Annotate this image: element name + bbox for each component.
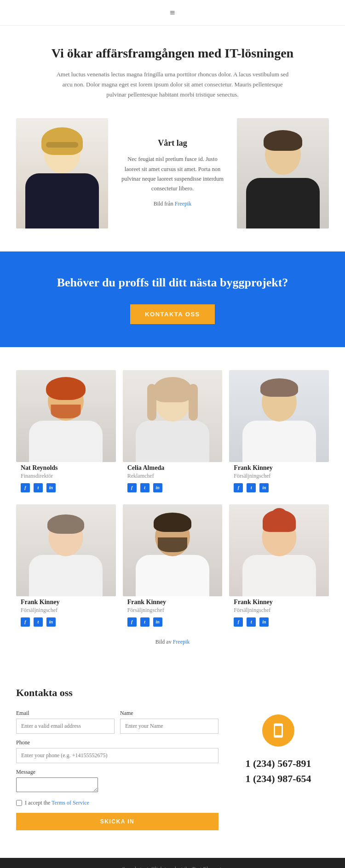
email-label: Email <box>16 710 115 717</box>
phone-input[interactable] <box>16 748 218 763</box>
facebook-icon-celia[interactable]: f <box>127 483 137 492</box>
phone-group: Phone <box>16 739 218 763</box>
team-freepik-note: Bild av Freepik <box>16 639 329 655</box>
celia-social: f t in <box>127 483 218 492</box>
frank1-name: Frank Kinney <box>234 464 324 472</box>
frank3-photo <box>123 504 223 596</box>
instagram-icon-frank2[interactable]: in <box>46 617 56 627</box>
instagram-icon-frank1[interactable]: in <box>259 483 269 492</box>
submit-button[interactable]: SKICKA IN <box>16 813 218 830</box>
team-card-frank3: Frank Kinney Försäljningschef f t in <box>123 504 223 629</box>
cta-heading: Behöver du proffs till ditt nästa byggpr… <box>14 274 331 291</box>
hero-title: Vi ökar affärsframgången med IT-lösninge… <box>37 44 308 62</box>
freepik-link[interactable]: Freepik <box>175 200 192 207</box>
celia-photo <box>123 370 223 462</box>
phone-label: Phone <box>16 739 218 746</box>
name-input[interactable] <box>120 719 218 734</box>
celia-info: Celia Almeda Reklamchef f t in <box>123 460 223 495</box>
navigation: ≡ <box>0 0 345 26</box>
twitter-icon-frank1[interactable]: t <box>247 483 256 492</box>
twitter-icon-celia[interactable]: t <box>140 483 150 492</box>
facebook-icon-frank3[interactable]: f <box>127 617 137 627</box>
contact-form: Email Name Phone Message I accept the <box>16 710 218 830</box>
twitter-icon-nat[interactable]: t <box>34 483 43 492</box>
name-label: Name <box>120 710 218 717</box>
twitter-icon-frank3[interactable]: t <box>140 617 150 627</box>
instagram-icon-nat[interactable]: in <box>46 483 56 492</box>
frank1-photo <box>229 370 329 462</box>
message-label: Message <box>16 769 218 776</box>
twitter-icon-frank2[interactable]: t <box>34 617 43 627</box>
team-card-celia: Celia Almeda Reklamchef f t in <box>123 370 223 495</box>
team-intro-description: Nec feugiat nisl pretium fusce id. Justo… <box>120 154 225 194</box>
team-intro-section: Vårt lag Nec feugiat nisl pretium fusce … <box>0 114 345 242</box>
form-row-1: Email Name <box>16 710 218 734</box>
facebook-icon-nat[interactable]: f <box>21 483 30 492</box>
team-card-frank1: Frank Kinney Försäljningschef f t in <box>229 370 329 495</box>
instagram-icon-celia[interactable]: in <box>153 483 162 492</box>
cta-section: Behöver du proffs till ditt nästa byggpr… <box>0 251 345 347</box>
frank4-photo <box>229 504 329 596</box>
contact-right: 1 (234) 567-891 1 (234) 987-654 <box>228 710 329 830</box>
message-group: Message <box>16 769 218 794</box>
menu-icon[interactable]: ≡ <box>170 7 175 18</box>
frank3-info: Frank Kinney Försäljningschef f t in <box>123 594 223 629</box>
frank1-info: Frank Kinney Försäljningschef f t in <box>229 460 329 495</box>
terms-row: I accept the Terms of Service <box>16 799 218 806</box>
footer-text: Sample text. Click to select the Text El… <box>122 866 223 868</box>
hero-description: Amet luctus venenatis lectus magna fring… <box>53 69 292 100</box>
email-group: Email <box>16 710 115 734</box>
footer: Sample text. Click to select the Text El… <box>0 858 345 868</box>
frank2-social: f t in <box>21 617 111 627</box>
instagram-icon-frank4[interactable]: in <box>259 617 269 627</box>
hero-section: Vi ökar affärsframgången med IT-lösninge… <box>0 26 345 114</box>
team-row-2: Frank Kinney Försäljningschef f t in <box>16 504 329 629</box>
nat-info: Nat Reynolds Finansdirektör f t in <box>16 460 116 495</box>
team-card-nat: Nat Reynolds Finansdirektör f t in <box>16 370 116 495</box>
celia-name: Celia Almeda <box>127 464 218 472</box>
message-textarea[interactable] <box>16 777 98 792</box>
cta-button[interactable]: KONTAKTA OSS <box>130 304 215 324</box>
frank3-title: Försäljningschef <box>127 607 218 614</box>
terms-link[interactable]: Terms of Service <box>52 799 89 806</box>
nat-title: Finansdirektör <box>21 473 111 480</box>
team-row-1: Nat Reynolds Finansdirektör f t in <box>16 370 329 495</box>
facebook-icon-frank1[interactable]: f <box>234 483 243 492</box>
instagram-icon-frank3[interactable]: in <box>153 617 162 627</box>
phone-icon-circle <box>262 714 294 747</box>
frank4-name: Frank Kinney <box>234 599 324 606</box>
team-card-frank4: Frank Kinney Försäljningschef f t in <box>229 504 329 629</box>
frank2-photo <box>16 504 116 596</box>
frank4-title: Försäljningschef <box>234 607 324 614</box>
frank1-social: f t in <box>234 483 324 492</box>
frank3-name: Frank Kinney <box>127 599 218 606</box>
team-photo-right <box>237 118 329 228</box>
frank2-info: Frank Kinney Försäljningschef f t in <box>16 594 116 629</box>
phone-number-1: 1 (234) 567-891 1 (234) 987-654 <box>246 756 311 786</box>
team-freepik-link[interactable]: Freepik <box>173 639 190 645</box>
frank4-social: f t in <box>234 617 324 627</box>
team-intro-text: Vårt lag Nec feugiat nisl pretium fusce … <box>108 129 237 217</box>
name-group: Name <box>120 710 218 734</box>
email-input[interactable] <box>16 719 115 734</box>
frank4-info: Frank Kinney Försäljningschef f t in <box>229 594 329 629</box>
terms-label: I accept the Terms of Service <box>25 799 89 806</box>
phone-icon <box>270 723 286 738</box>
team-grid-section: Nat Reynolds Finansdirektör f t in <box>0 356 345 668</box>
frank2-name: Frank Kinney <box>21 599 111 606</box>
frank3-social: f t in <box>127 617 218 627</box>
contact-title: Kontakta oss <box>16 687 329 699</box>
frank1-title: Försäljningschef <box>234 473 324 480</box>
twitter-icon-frank4[interactable]: t <box>247 617 256 627</box>
contact-layout: Email Name Phone Message I accept the <box>16 710 329 830</box>
terms-checkbox[interactable] <box>16 800 22 806</box>
frank2-title: Försäljningschef <box>21 607 111 614</box>
facebook-icon-frank2[interactable]: f <box>21 617 30 627</box>
celia-title: Reklamchef <box>127 473 218 480</box>
facebook-icon-frank4[interactable]: f <box>234 617 243 627</box>
nat-photo <box>16 370 116 462</box>
team-intro-freepik: Bild från Freepik <box>154 199 192 208</box>
nat-social: f t in <box>21 483 111 492</box>
contact-section: Kontakta oss Email Name Phone Message <box>0 668 345 844</box>
nat-name: Nat Reynolds <box>21 464 111 472</box>
